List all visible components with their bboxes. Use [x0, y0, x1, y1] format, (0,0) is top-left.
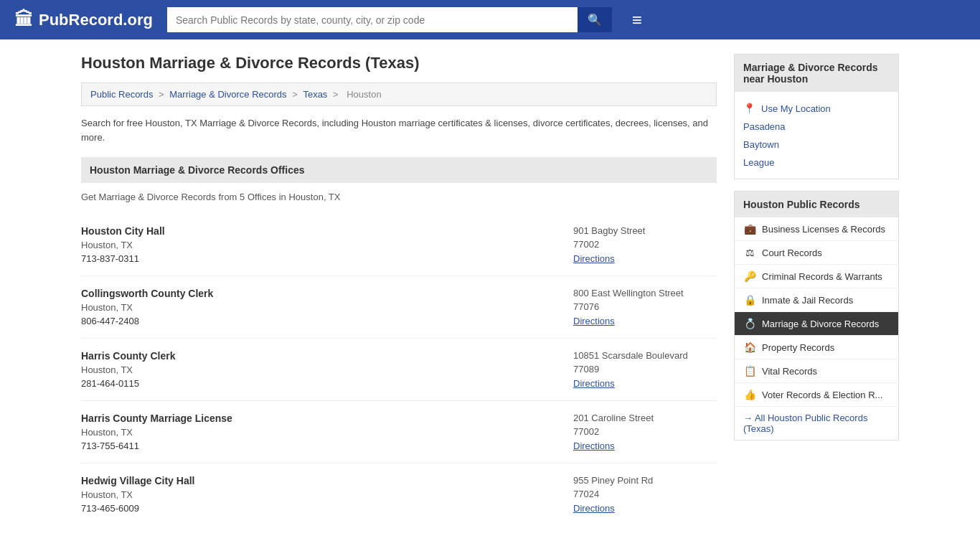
search-button[interactable]: 🔍 — [578, 7, 612, 32]
office-name-1: Collingsworth County Clerk — [81, 288, 213, 299]
table-row: Harris County Marriage License Houston, … — [81, 401, 717, 463]
search-input[interactable] — [167, 7, 578, 32]
nearby-city-0[interactable]: Pasadena — [743, 118, 890, 136]
sidebar-item-criminal-records[interactable]: 🔑 Criminal Records & Warrants — [735, 265, 898, 288]
logo[interactable]: 🏛 PubRecord.org — [14, 9, 153, 31]
briefcase-icon: 💼 — [743, 223, 756, 235]
office-right-2: 10851 Scarsdale Boulevard 77089 Directio… — [573, 350, 717, 389]
office-zip-1: 77076 — [573, 301, 717, 312]
all-records-link[interactable]: → All Houston Public Records (Texas) — [735, 407, 898, 440]
office-city-0: Houston, TX — [81, 240, 165, 250]
nearby-city-1[interactable]: Baytown — [743, 136, 890, 154]
office-left-1: Collingsworth County Clerk Houston, TX 8… — [81, 288, 213, 326]
office-right-4: 955 Piney Point Rd 77024 Directions — [573, 475, 717, 514]
office-phone-4: 713-465-6009 — [81, 503, 194, 514]
table-row: Houston City Hall Houston, TX 713-837-03… — [81, 214, 717, 276]
office-list: Houston City Hall Houston, TX 713-837-03… — [81, 214, 717, 525]
nearby-header: Marriage & Divorce Records near Houston — [735, 55, 898, 92]
table-row: Collingsworth County Clerk Houston, TX 8… — [81, 276, 717, 339]
breadcrumb-current: Houston — [347, 89, 381, 100]
office-street-1: 800 East Wellington Street — [573, 288, 717, 298]
record-label-4: Marriage & Divorce Records — [762, 319, 879, 329]
office-name-0: Houston City Hall — [81, 225, 165, 237]
office-left-4: Hedwig Village City Hall Houston, TX 713… — [81, 475, 194, 514]
office-street-4: 955 Piney Point Rd — [573, 475, 717, 486]
breadcrumb-link-public-records[interactable]: Public Records — [90, 89, 153, 100]
main-container: Houston Marriage & Divorce Records (Texa… — [67, 39, 913, 540]
key-icon: 🔑 — [743, 270, 756, 282]
logo-icon: 🏛 — [14, 9, 33, 31]
breadcrumb-separator: > — [292, 89, 300, 100]
directions-link-3[interactable]: Directions — [573, 441, 615, 451]
record-label-3: Inmate & Jail Records — [762, 295, 853, 306]
office-phone-3: 713-755-6411 — [81, 441, 232, 451]
office-name-4: Hedwig Village City Hall — [81, 475, 194, 486]
sidebar-item-vital-records[interactable]: 📋 Vital Records — [735, 359, 898, 383]
lock-icon: 🔒 — [743, 294, 756, 306]
office-phone-1: 806-447-2408 — [81, 316, 213, 326]
office-zip-2: 77089 — [573, 364, 717, 375]
office-street-3: 201 Caroline Street — [573, 413, 717, 423]
sidebar-item-voter-records[interactable]: 👍 Voter Records & Election R... — [735, 383, 898, 407]
public-records-box: Houston Public Records 💼 Business Licens… — [734, 191, 899, 441]
directions-link-2[interactable]: Directions — [573, 378, 615, 389]
logo-text: PubRecord.org — [39, 11, 153, 29]
table-row: Hedwig Village City Hall Houston, TX 713… — [81, 463, 717, 525]
office-phone-0: 713-837-0311 — [81, 253, 165, 264]
sidebar-item-marriage-records[interactable]: 💍 Marriage & Divorce Records — [735, 312, 898, 336]
office-city-4: Houston, TX — [81, 489, 194, 500]
content-area: Houston Marriage & Divorce Records (Texa… — [81, 54, 717, 525]
office-phone-2: 281-464-0115 — [81, 378, 175, 389]
search-bar: 🔍 — [167, 7, 612, 32]
sidebar-item-business-licenses[interactable]: 💼 Business Licenses & Records — [735, 217, 898, 241]
office-city-3: Houston, TX — [81, 427, 232, 438]
directions-link-1[interactable]: Directions — [573, 316, 615, 326]
nearby-box: Marriage & Divorce Records near Houston … — [734, 54, 899, 179]
record-label-5: Property Records — [762, 342, 834, 353]
office-zip-0: 77002 — [573, 239, 717, 250]
record-label-0: Business Licenses & Records — [762, 224, 885, 235]
nearby-city-2[interactable]: League — [743, 154, 890, 171]
record-label-1: Court Records — [762, 248, 822, 258]
office-name-3: Harris County Marriage License — [81, 413, 232, 424]
office-left-3: Harris County Marriage License Houston, … — [81, 413, 232, 451]
office-street-0: 901 Bagby Street — [573, 225, 717, 236]
sidebar-item-property-records[interactable]: 🏠 Property Records — [735, 336, 898, 359]
directions-link-0[interactable]: Directions — [573, 253, 615, 264]
page-description: Search for free Houston, TX Marriage & D… — [81, 116, 717, 144]
sidebar: Marriage & Divorce Records near Houston … — [734, 54, 899, 525]
search-icon: 🔍 — [588, 14, 602, 26]
sidebar-item-inmate-records[interactable]: 🔒 Inmate & Jail Records — [735, 288, 898, 312]
office-street-2: 10851 Scarsdale Boulevard — [573, 350, 717, 361]
record-label-7: Voter Records & Election R... — [762, 390, 882, 400]
record-label-2: Criminal Records & Warrants — [762, 271, 882, 282]
office-left-0: Houston City Hall Houston, TX 713-837-03… — [81, 225, 165, 264]
site-header: 🏛 PubRecord.org 🔍 ≡ — [0, 0, 980, 39]
office-city-2: Houston, TX — [81, 364, 175, 375]
record-label-6: Vital Records — [762, 366, 817, 377]
office-zip-3: 77002 — [573, 426, 717, 437]
directions-link-4[interactable]: Directions — [573, 503, 615, 514]
home-icon: 🏠 — [743, 342, 756, 353]
public-records-header: Houston Public Records — [735, 192, 898, 217]
breadcrumb-separator: > — [333, 89, 341, 100]
breadcrumb-separator: > — [159, 89, 166, 100]
breadcrumb-link-marriage-records[interactable]: Marriage & Divorce Records — [169, 89, 286, 100]
office-right-1: 800 East Wellington Street 77076 Directi… — [573, 288, 717, 326]
table-row: Harris County Clerk Houston, TX 281-464-… — [81, 339, 717, 401]
offices-section-header: Houston Marriage & Divorce Records Offic… — [81, 157, 717, 183]
use-my-location[interactable]: 📍 Use My Location — [743, 99, 890, 118]
scales-icon: ⚖ — [743, 247, 756, 258]
hamburger-menu[interactable]: ≡ — [632, 10, 642, 30]
clipboard-icon: 📋 — [743, 365, 756, 377]
breadcrumb-link-texas[interactable]: Texas — [303, 89, 327, 100]
offices-subtitle: Get Marriage & Divorce Records from 5 Of… — [81, 192, 717, 202]
office-name-2: Harris County Clerk — [81, 350, 175, 362]
sidebar-item-court-records[interactable]: ⚖ Court Records — [735, 241, 898, 265]
office-right-3: 201 Caroline Street 77002 Directions — [573, 413, 717, 451]
location-pin-icon: 📍 — [743, 103, 755, 114]
office-left-2: Harris County Clerk Houston, TX 281-464-… — [81, 350, 175, 389]
use-my-location-label: Use My Location — [761, 103, 831, 114]
office-zip-4: 77024 — [573, 489, 717, 499]
thumbsup-icon: 👍 — [743, 389, 756, 400]
